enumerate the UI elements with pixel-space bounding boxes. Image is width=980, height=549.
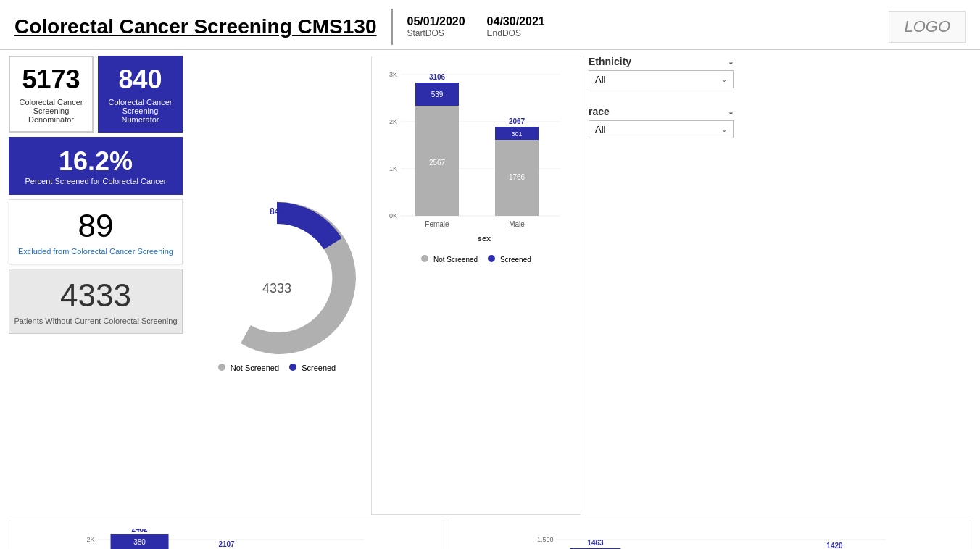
ethnicity-dropdown[interactable]: All ⌄ bbox=[589, 70, 734, 88]
header-dates: 05/01/2020 StartDOS 04/30/2021 EndDOS bbox=[407, 15, 545, 38]
svg-text:Female: Female bbox=[425, 220, 449, 228]
svg-text:1,500: 1,500 bbox=[537, 536, 554, 543]
age-chart: 2K 1K 0K 2482 380 2102 51-59 2107 387 17… bbox=[17, 529, 436, 549]
denominator-card: 5173 Colorectal Cancer Screening Denomin… bbox=[9, 56, 94, 133]
svg-text:1420: 1420 bbox=[826, 542, 843, 549]
header-divider bbox=[391, 9, 393, 45]
ethnicity-filter: Ethnicity ⌄ All ⌄ bbox=[589, 56, 734, 88]
bottom-row: 2K 1K 0K 2482 380 2102 51-59 2107 387 17… bbox=[0, 521, 980, 549]
excluded-card: 89 Excluded from Colorectal Cancer Scree… bbox=[9, 199, 183, 264]
svg-text:3K: 3K bbox=[389, 71, 397, 78]
sex-chart-legend: Not Screened Screened bbox=[379, 255, 573, 264]
svg-text:2107: 2107 bbox=[218, 540, 235, 548]
donut-chart: 840 4333 bbox=[197, 198, 357, 358]
race-label: race ⌄ bbox=[589, 106, 734, 117]
patients-without-number: 4333 bbox=[60, 277, 131, 314]
kpi-top-row: 5173 Colorectal Cancer Screening Denomin… bbox=[9, 56, 183, 133]
svg-text:1K: 1K bbox=[389, 165, 397, 172]
donut-chart-area: 840 4333 Not Screened Screened bbox=[190, 56, 364, 515]
age-chart-box: 2K 1K 0K 2482 380 2102 51-59 2107 387 17… bbox=[9, 521, 444, 549]
header: Colorectal Cancer Screening CMS130 05/01… bbox=[0, 0, 980, 50]
ethnicity-dropdown-chevron-icon: ⌄ bbox=[721, 75, 727, 83]
svg-text:Male: Male bbox=[509, 220, 525, 228]
screened-legend: Screened bbox=[289, 364, 336, 372]
svg-text:2K: 2K bbox=[389, 118, 397, 125]
percent-label: Percent Screened for Colorectal Cancer bbox=[25, 177, 166, 185]
svg-text:1463: 1463 bbox=[587, 539, 604, 547]
race-dropdown-chevron-icon: ⌄ bbox=[721, 125, 727, 133]
start-dos-block: 05/01/2020 StartDOS bbox=[407, 15, 465, 38]
logo: LOGO bbox=[889, 11, 966, 43]
race-chevron-icon: ⌄ bbox=[728, 108, 734, 116]
patients-without-card: 4333 Patients Without Current Colorectal… bbox=[9, 269, 183, 334]
numerator-label: Colorectal Cancer Screening Numerator bbox=[107, 98, 174, 124]
svg-text:0K: 0K bbox=[389, 212, 397, 219]
percent-card: 16.2% Percent Screened for Colorectal Ca… bbox=[9, 137, 183, 195]
svg-point-0 bbox=[239, 240, 315, 316]
svg-text:3106: 3106 bbox=[429, 73, 446, 81]
ethnicity-chevron-icon: ⌄ bbox=[728, 58, 734, 66]
not-screened-dot bbox=[218, 364, 225, 371]
svg-text:840: 840 bbox=[270, 206, 284, 217]
svg-text:1766: 1766 bbox=[509, 173, 526, 181]
svg-text:2482: 2482 bbox=[131, 529, 148, 533]
numerator-number: 840 bbox=[118, 64, 162, 95]
visits-chart: 1,500 1,000 500 0 1463 102 1361 1 1269 1… bbox=[460, 529, 963, 549]
sex-chart-box: 3K 2K 1K 0K 3106 539 2567 Female 2067 3 bbox=[371, 56, 581, 515]
end-dos-label: EndDOS bbox=[487, 28, 545, 38]
main-content: 5173 Colorectal Cancer Screening Denomin… bbox=[0, 50, 980, 521]
sex-screened-legend: Screened bbox=[488, 255, 531, 264]
filter-panel: Ethnicity ⌄ All ⌄ race ⌄ All ⌄ bbox=[589, 56, 734, 515]
sex-chart: 3K 2K 1K 0K 3106 539 2567 Female 2067 3 bbox=[379, 64, 568, 252]
sex-not-screened-dot bbox=[421, 255, 428, 262]
screened-dot bbox=[289, 364, 296, 371]
percent-number: 16.2% bbox=[59, 146, 133, 177]
excluded-label: Excluded from Colorectal Cancer Screenin… bbox=[18, 247, 173, 256]
kpi-column: 5173 Colorectal Cancer Screening Denomin… bbox=[9, 56, 183, 515]
end-dos-date: 04/30/2021 bbox=[487, 15, 545, 28]
page-title: Colorectal Cancer Screening CMS130 bbox=[14, 15, 377, 38]
ethnicity-label: Ethnicity ⌄ bbox=[589, 56, 734, 67]
donut-legend: Not Screened Screened bbox=[218, 364, 336, 372]
visits-chart-box: 1,500 1,000 500 0 1463 102 1361 1 1269 1… bbox=[452, 521, 971, 549]
end-dos-block: 04/30/2021 EndDOS bbox=[487, 15, 545, 38]
start-dos-date: 05/01/2020 bbox=[407, 15, 465, 28]
sex-screened-dot bbox=[488, 255, 495, 262]
numerator-card: 840 Colorectal Cancer Screening Numerato… bbox=[98, 56, 183, 133]
sex-not-screened-legend: Not Screened bbox=[421, 255, 478, 264]
svg-text:2567: 2567 bbox=[429, 159, 446, 167]
race-filter: race ⌄ All ⌄ bbox=[589, 106, 734, 138]
excluded-number: 89 bbox=[78, 208, 114, 244]
svg-text:sex: sex bbox=[478, 234, 491, 243]
svg-text:4333: 4333 bbox=[262, 281, 291, 296]
svg-text:2067: 2067 bbox=[509, 117, 526, 125]
race-dropdown[interactable]: All ⌄ bbox=[589, 120, 734, 138]
not-screened-legend: Not Screened bbox=[218, 364, 279, 372]
svg-text:301: 301 bbox=[511, 130, 522, 138]
patients-without-label: Patients Without Current Colorectal Scre… bbox=[14, 317, 178, 325]
svg-text:2K: 2K bbox=[87, 536, 95, 543]
start-dos-label: StartDOS bbox=[407, 28, 465, 38]
svg-text:539: 539 bbox=[431, 91, 444, 99]
denominator-number: 5173 bbox=[22, 64, 80, 95]
denominator-label: Colorectal Cancer Screening Denominator bbox=[17, 98, 85, 124]
svg-text:380: 380 bbox=[133, 538, 146, 546]
